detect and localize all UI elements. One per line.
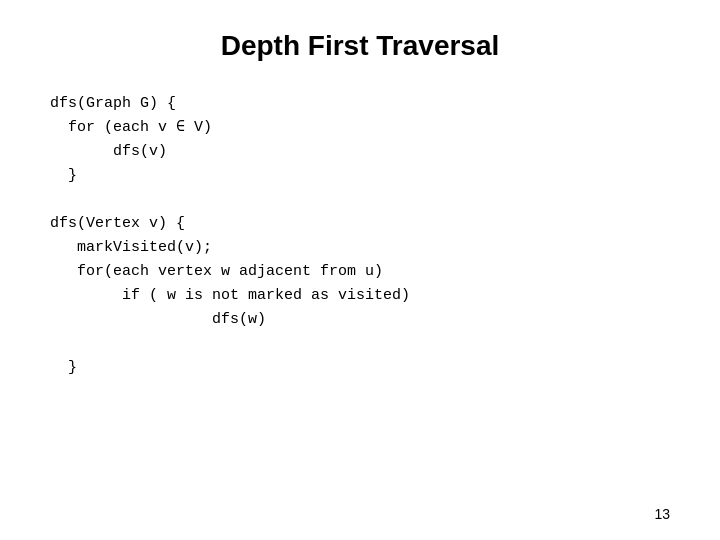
slide-container: Depth First Traversal dfs(Graph G) { for…: [0, 0, 720, 540]
code-line-1-2: for (each v ∈ V): [50, 116, 670, 140]
code-line-1-4: }: [50, 164, 670, 188]
code-line-2-5: dfs(w): [50, 308, 670, 332]
code-line-2-3: for(each vertex w adjacent from u): [50, 260, 670, 284]
slide-title: Depth First Traversal: [50, 30, 670, 62]
code-line-2-1: dfs(Vertex v) {: [50, 212, 670, 236]
page-number: 13: [654, 506, 670, 522]
code-line-1-3: dfs(v): [50, 140, 670, 164]
code-line-2-4: if ( w is not marked as visited): [50, 284, 670, 308]
code-block-2: dfs(Vertex v) { markVisited(v); for(each…: [50, 212, 670, 380]
code-line-2-2: markVisited(v);: [50, 236, 670, 260]
code-block-1: dfs(Graph G) { for (each v ∈ V) dfs(v) }: [50, 92, 670, 188]
code-line-2-7: }: [50, 356, 670, 380]
code-line-1-1: dfs(Graph G) {: [50, 92, 670, 116]
code-line-2-6: [50, 332, 670, 356]
